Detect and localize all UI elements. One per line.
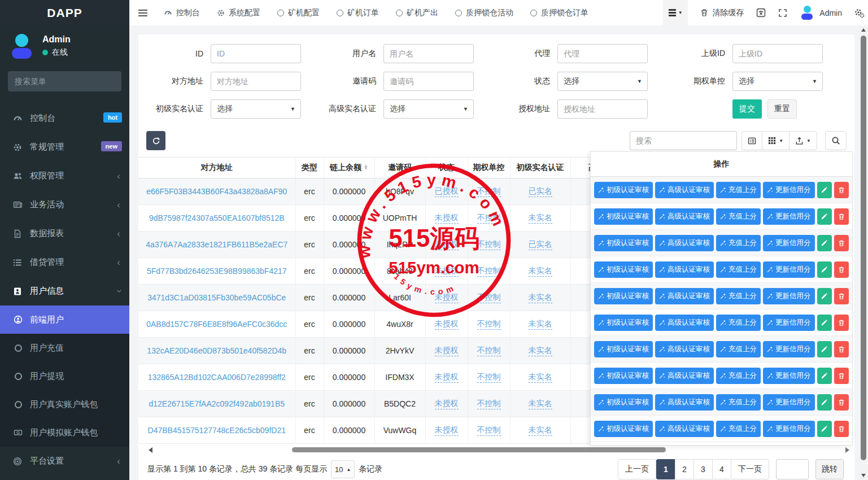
topbar-item-miner-output[interactable]: 矿机产出 [396, 8, 438, 18]
topbar-item-miner-config[interactable]: 矿机配置 [277, 8, 320, 18]
username-filter-input[interactable] [383, 44, 474, 63]
vertical-scrollbar-thumb[interactable] [861, 36, 866, 460]
horizontal-scrollbar[interactable] [138, 446, 853, 455]
kyc-primary-link[interactable]: 未实名 [529, 346, 552, 356]
column-header-type[interactable]: 类型 [295, 158, 324, 178]
senior-kyc-audit-button[interactable]: 高级认证审核 [655, 341, 714, 357]
option-control-link[interactable]: 不控制 [477, 239, 501, 250]
recharge-credit-button[interactable]: 充值上分 [716, 208, 761, 225]
recharge-credit-button[interactable]: 充值上分 [716, 421, 761, 437]
scroll-right-arrow-icon[interactable] [845, 447, 849, 453]
primary-kyc-audit-button[interactable]: 初级认证审核 [594, 235, 653, 251]
export-button[interactable]: ▼ [789, 131, 817, 150]
senior-kyc-audit-button[interactable]: 高级认证审核 [655, 288, 714, 304]
senior-kyc-audit-button[interactable]: 高级认证审核 [655, 421, 714, 437]
scroll-down-arrow-icon[interactable] [861, 474, 866, 477]
status-filter-select[interactable]: 选择▼ [557, 72, 648, 91]
primary-kyc-audit-button[interactable]: 初级认证审核 [594, 208, 653, 225]
option-control-link[interactable]: 不控制 [477, 425, 501, 436]
edit-button[interactable] [817, 235, 832, 251]
senior-kyc-audit-button[interactable]: 高级认证审核 [655, 182, 714, 198]
clear-cache-button[interactable]: 清除缓存 [700, 8, 744, 18]
parent-id-filter-input[interactable] [732, 44, 823, 63]
address-link[interactable]: 3471d3C1aD03815Fb30be59AC05bCe [147, 293, 286, 302]
kyc-primary-filter-select[interactable]: 选择▼ [211, 99, 301, 119]
senior-kyc-audit-button[interactable]: 高级认证审核 [655, 235, 714, 251]
recharge-credit-button[interactable]: 充值上分 [716, 368, 761, 384]
senior-kyc-audit-button[interactable]: 高级认证审核 [655, 261, 714, 278]
sidebar-search-input[interactable] [15, 77, 117, 86]
sidebar-item-dashboard[interactable]: 控制台 hot [0, 104, 129, 133]
primary-kyc-audit-button[interactable]: 初级认证审核 [594, 182, 653, 198]
vertical-scrollbar[interactable] [859, 25, 868, 480]
senior-kyc-audit-button[interactable]: 高级认证审核 [655, 394, 714, 411]
jump-page-input[interactable] [776, 459, 809, 479]
delete-button[interactable] [834, 341, 849, 357]
address-link[interactable]: d12E26715E7fAA2c092f492ab0191B5 [149, 399, 285, 408]
update-credit-button[interactable]: 更新信用分 [763, 368, 815, 384]
topbar-item-miner-orders[interactable]: 矿机订单 [337, 8, 379, 18]
agent-filter-input[interactable] [557, 44, 648, 63]
sidebar-item-demo-wallet[interactable]: 用户模拟账户钱包 [0, 418, 129, 447]
kyc-primary-link[interactable]: 未实名 [529, 425, 552, 436]
status-link[interactable]: 未授权 [435, 399, 459, 409]
primary-kyc-audit-button[interactable]: 初级认证审核 [594, 315, 653, 331]
detail-view-button[interactable] [741, 131, 762, 150]
kyc-primary-link[interactable]: 未实名 [529, 213, 552, 224]
refresh-button[interactable] [146, 131, 165, 150]
status-link[interactable]: 未授权 [435, 293, 459, 303]
update-credit-button[interactable]: 更新信用分 [763, 394, 815, 411]
recharge-credit-button[interactable]: 充值上分 [716, 394, 761, 411]
option-control-link[interactable]: 不控制 [477, 266, 501, 277]
table-search-input[interactable] [630, 131, 737, 150]
address-link[interactable]: 0AB8d157C78F6E8E8f96AeFC0c36dcc [146, 320, 287, 329]
senior-kyc-audit-button[interactable]: 高级认证审核 [655, 368, 714, 384]
update-credit-button[interactable]: 更新信用分 [763, 261, 815, 278]
per-page-select[interactable]: 10▲ [331, 460, 355, 478]
edit-button[interactable] [817, 341, 832, 357]
address-link[interactable]: 132cAE20D46e0D873b501e40f582D4b [147, 346, 286, 355]
sort-icon[interactable]: ▲▼ [364, 165, 368, 171]
primary-kyc-audit-button[interactable]: 初级认证审核 [594, 288, 653, 304]
sidebar-item-real-wallet[interactable]: 用户真实账户钱包 [0, 390, 129, 418]
columns-button[interactable]: ▼ [762, 131, 790, 150]
update-credit-button[interactable]: 更新信用分 [763, 182, 815, 198]
scroll-up-arrow-icon[interactable] [861, 28, 866, 32]
delete-button[interactable] [834, 368, 849, 384]
sidebar-item-lending[interactable]: 借贷管理 ‹ [0, 248, 129, 277]
delete-button[interactable] [834, 261, 849, 278]
column-header-kyc-primary[interactable]: 初级实名认证 [510, 158, 570, 178]
status-link[interactable]: 未授权 [435, 319, 459, 330]
sidebar-item-business[interactable]: 业务活动 ‹ [0, 190, 129, 219]
kyc-primary-link[interactable]: 未实名 [529, 266, 552, 277]
fullscreen-icon[interactable] [778, 8, 787, 18]
edit-button[interactable] [817, 288, 832, 304]
update-credit-button[interactable]: 更新信用分 [763, 315, 815, 331]
sidebar-item-user-withdraw[interactable]: 用户提现 [0, 362, 129, 390]
status-link[interactable]: 未授权 [435, 425, 459, 436]
update-credit-button[interactable]: 更新信用分 [763, 341, 815, 357]
kyc-primary-link[interactable]: 未实名 [529, 399, 552, 409]
recharge-credit-button[interactable]: 充值上分 [716, 182, 761, 198]
option-control-filter-select[interactable]: 选择▼ [732, 72, 823, 91]
senior-kyc-audit-button[interactable]: 高级认证审核 [655, 315, 714, 331]
column-header-balance[interactable]: 链上余额▲▼ [324, 158, 374, 178]
address-link[interactable]: e66F5F03B3443B60F43a43828a8AF90 [146, 187, 287, 196]
primary-kyc-audit-button[interactable]: 初级认证审核 [594, 368, 653, 384]
sidebar-item-user-recharge[interactable]: 用户充值 [0, 334, 129, 362]
option-control-link[interactable]: 不控制 [477, 372, 501, 383]
primary-kyc-audit-button[interactable]: 初级认证审核 [594, 261, 653, 278]
hamburger-icon[interactable] [129, 10, 156, 16]
option-control-link[interactable]: 不控制 [477, 319, 501, 330]
auth-address-filter-input[interactable] [557, 99, 648, 119]
page-button[interactable]: 3 [693, 459, 713, 479]
address-link[interactable]: 132865A12Bd102CAA006D7e28998ff2 [148, 373, 286, 382]
delete-button[interactable] [834, 288, 849, 304]
option-control-link[interactable]: 不控制 [477, 293, 501, 303]
delete-button[interactable] [834, 235, 849, 251]
invite-filter-input[interactable] [383, 72, 474, 91]
settings-gears-icon[interactable] [854, 8, 865, 18]
column-header-invite[interactable]: 邀请码 [374, 158, 425, 178]
address-link[interactable]: D47BB451575127748cE26c5cb09fD21 [148, 426, 286, 435]
sidebar-item-reports[interactable]: 数据报表 ‹ [0, 219, 129, 248]
